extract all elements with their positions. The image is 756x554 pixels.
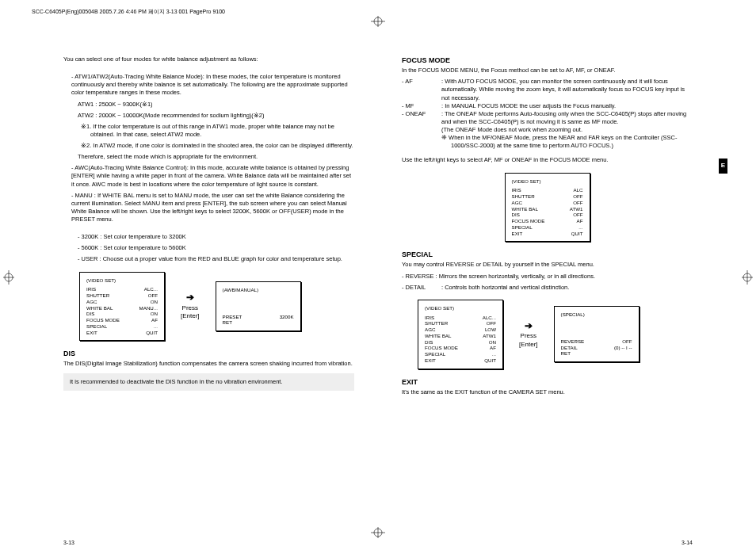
detail-label: - DETAIL	[402, 284, 441, 292]
menu-row: FOCUS MODEAF	[425, 345, 496, 351]
menu-row: SPECIAL...	[425, 351, 496, 357]
menu-row: WHITE BALATW1	[425, 333, 496, 339]
atw-note-tail: Therefore, select the mode which is appr…	[63, 153, 354, 161]
menu-row: WHITE BALATW1	[512, 206, 583, 212]
atw-note1: ※1. If the color temperature is out of t…	[63, 123, 354, 139]
preset-3200k: - 3200K : Set color temperature to 3200K	[63, 233, 354, 241]
menu-row: EXITQUIT	[512, 231, 583, 237]
crop-mark-right	[742, 266, 753, 289]
af-row: - AF : With AUTO FOCUS MODE, you can mon…	[402, 78, 693, 101]
menu-row: SPECIAL...	[86, 323, 158, 330]
page-number-right: 3-14	[682, 539, 693, 546]
menu-row: AGCOFF	[512, 200, 583, 206]
mf-label: - MF	[402, 102, 441, 110]
menu-title: (VIDEO SET)	[512, 178, 583, 185]
oneaf-note2: ❈ When in the MF/ONEAF Mode, press the N…	[441, 134, 693, 150]
whitebal-menu-row: (VIDEO SET) IRISALC...SHUTTEROFFAGCONWHI…	[79, 272, 354, 342]
crop-mark-top	[366, 16, 390, 27]
menu-row: WHITE BALMANU...	[86, 305, 158, 311]
menu-row: IRISALC...	[86, 286, 158, 292]
manu-desc: - MANU : If WHITE BAL menu is set to MAN…	[63, 192, 354, 224]
menu-title: (SPECIAL)	[561, 311, 632, 318]
menu-row: FOCUS MODEAF	[512, 218, 583, 224]
atw-desc: - ATW1/ATW2(Auto-Tracing White Balance M…	[63, 73, 354, 97]
reverse-desc: - REVERSE : Mirrors the screen horizonta…	[402, 273, 693, 281]
page-left: You can select one of four modes for whi…	[63, 55, 354, 530]
atw-note2: ※2. In ATW2 mode, if one color is domina…	[63, 142, 354, 150]
menu-rows: PRESET3200KRET	[223, 314, 294, 327]
menu-row: REVERSEOFF	[561, 338, 632, 345]
exit-body: It's the same as the EXIT function of th…	[402, 388, 693, 396]
special-intro: You may control REVERSE or DETAIL by you…	[402, 261, 693, 269]
menu-row: DISON	[86, 311, 158, 317]
menu-row: PRESET3200K	[223, 314, 294, 320]
menu-row: IRISALC	[512, 187, 583, 193]
menu-row: SHUTTEROFF	[512, 193, 583, 200]
oneaf-note1: (The ONEAF Mode does not work when zoomi…	[441, 126, 582, 133]
menu-row: SPECIAL...	[512, 224, 583, 231]
menu-rows: IRISALCSHUTTEROFFAGCOFFWHITE BALATW1DISO…	[512, 187, 583, 236]
atw1-range: ATW1 : 2500K ~ 9300K(※1)	[63, 101, 354, 109]
menu-row: EXITQUIT	[425, 357, 496, 364]
preset-5600k: - 5600K : Set color temperature to 5600K	[63, 244, 354, 252]
detail-body: : Controls both horizontal and vertical …	[441, 284, 693, 292]
special-heading: SPECIAL	[402, 250, 693, 259]
oneaf-row: - ONEAF : The ONEAF Mode performs Auto-f…	[402, 110, 693, 151]
mf-body: : In MANUAL FOCUS MODE the user adjusts …	[441, 102, 693, 110]
press-enter-arrow: ➔ Press [Enter]	[519, 319, 538, 350]
wb-intro: You can select one of four modes for whi…	[63, 55, 354, 63]
menu-row: SHUTTEROFF	[86, 292, 158, 299]
detail-row: - DETAIL : Controls both horizontal and …	[402, 284, 693, 292]
menu-row: AGCON	[86, 299, 158, 305]
menu-row: RET	[561, 350, 632, 357]
focus-heading: FOCUS MODE	[402, 55, 693, 65]
menu-row: RET	[223, 319, 294, 326]
menu-row: DISOFF	[512, 212, 583, 218]
menu-row: DETAIL(0) -- I --	[561, 345, 632, 351]
menu-rows: IRISALC...SHUTTEROFFAGCLOWWHITE BALATW1D…	[425, 315, 496, 364]
dis-body: The DIS(Digital Image Stabilization) fun…	[63, 360, 354, 368]
enter-label: [Enter]	[181, 312, 200, 321]
press-enter-arrow: ➔ Press [Enter]	[181, 291, 200, 321]
press-label: Press	[181, 304, 200, 313]
video-set-menu: (VIDEO SET) IRISALC...SHUTTEROFFAGCONWHI…	[79, 272, 165, 342]
page-right: FOCUS MODE In the FOCUS MODE MENU, the F…	[402, 55, 693, 530]
arrow-icon: ➔	[519, 319, 538, 332]
arrow-icon: ➔	[181, 291, 200, 304]
awc-desc: - AWC(Auto-Tracing White Balance Control…	[63, 164, 354, 188]
atw2-range: ATW2 : 2000K ~ 10000K(Mode recommended f…	[63, 112, 354, 120]
oneaf-label: - ONEAF	[402, 110, 441, 151]
menu-row: DISON	[425, 339, 496, 346]
menu-row: IRISALC...	[425, 315, 496, 321]
dis-note: It is recommended to deactivate the DIS …	[63, 373, 354, 391]
menu-row: AGCLOW	[425, 327, 496, 333]
focus-video-set-menu: (VIDEO SET) IRISALCSHUTTEROFFAGCOFFWHITE…	[505, 173, 590, 243]
press-label: Press	[519, 332, 538, 341]
special-menu-row: (VIDEO SET) IRISALC...SHUTTEROFFAGCLOWWH…	[418, 300, 693, 369]
preset-user: - USER : Choose out a proper value from …	[63, 255, 354, 263]
af-label: - AF	[402, 78, 441, 101]
menu-rows: IRISALC...SHUTTEROFFAGCONWHITE BALMANU..…	[86, 286, 158, 335]
crop-mark-left	[3, 266, 14, 289]
oneaf-body: : The ONEAF Mode performs Auto-focusing …	[441, 110, 686, 125]
menu-row: EXITQUIT	[86, 330, 158, 336]
special-menu: (SPECIAL) REVERSEOFFDETAIL(0) -- I --RET	[554, 306, 640, 362]
awb-manual-menu: (AWB/MANUAL) PRESET3200KRET	[216, 281, 301, 331]
dis-heading: DIS	[63, 349, 354, 358]
menu-row: FOCUS MODEAF	[86, 317, 158, 323]
menu-title: (VIDEO SET)	[86, 277, 158, 284]
focus-intro: In the FOCUS MODE MENU, the Focus method…	[402, 67, 693, 75]
special-video-set-menu: (VIDEO SET) IRISALC...SHUTTEROFFAGCLOWWH…	[418, 300, 503, 369]
focus-use: Use the left/right keys to select AF, MF…	[402, 156, 693, 164]
exit-heading: EXIT	[402, 377, 693, 387]
print-header: SCC-C6405P(Eng)00504B 2005.7.26 4:46 PM …	[32, 8, 225, 15]
section-tab-e: E	[719, 159, 727, 174]
menu-rows: REVERSEOFFDETAIL(0) -- I --RET	[561, 338, 632, 357]
mf-row: - MF : In MANUAL FOCUS MODE the user adj…	[402, 102, 693, 110]
menu-title: (AWB/MANUAL)	[223, 287, 294, 293]
page-number-left: 3-13	[63, 539, 74, 546]
af-body: : With AUTO FOCUS MODE, you can monitor …	[441, 78, 693, 101]
enter-label: [Enter]	[519, 341, 538, 350]
menu-row: SHUTTEROFF	[425, 320, 496, 327]
menu-title: (VIDEO SET)	[425, 305, 496, 311]
